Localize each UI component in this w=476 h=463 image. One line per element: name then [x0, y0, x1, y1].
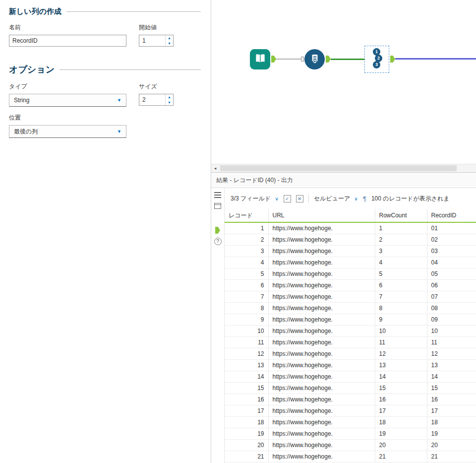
generate-rows-tool[interactable] — [304, 49, 325, 69]
table-cell: 4 — [225, 257, 268, 268]
table-row[interactable]: 12https://www.hogehoge.1212 — [225, 348, 476, 360]
size-input[interactable] — [139, 94, 165, 105]
table-cell: 19 — [375, 428, 427, 440]
output-anchor[interactable] — [271, 56, 276, 63]
table-row[interactable]: 6https://www.hogehoge.606 — [225, 280, 476, 291]
clear-fields-icon[interactable]: ✕ — [296, 195, 303, 202]
section-divider — [66, 11, 201, 12]
table-row[interactable]: 1https://www.hogehoge.101 — [225, 222, 476, 234]
table-cell: 10 — [427, 326, 476, 337]
table-cell: 10 — [375, 326, 427, 337]
spinner-down-icon[interactable]: ▼ — [166, 100, 173, 105]
horizontal-scrollbar[interactable]: ◂ — [211, 164, 476, 172]
scrollbar-track[interactable] — [219, 164, 476, 172]
output-anchor-icon[interactable] — [215, 227, 220, 234]
spinner-up-icon[interactable]: ▲ — [166, 94, 173, 100]
input-data-tool[interactable] — [250, 49, 270, 69]
table-cell: 6 — [225, 280, 268, 291]
table-row[interactable]: 10https://www.hogehoge.1010 — [225, 326, 476, 337]
records-count-label: 100 のレコードが表示されま — [371, 195, 450, 203]
chevron-down-icon: ▼ — [117, 98, 121, 103]
table-row[interactable]: 16https://www.hogehoge.1616 — [225, 394, 476, 405]
table-view-icon[interactable] — [214, 203, 221, 209]
spinner-down-icon[interactable]: ▼ — [166, 41, 173, 46]
type-label: タイプ — [9, 82, 126, 91]
table-cell: 1 — [375, 222, 427, 234]
connection-wire[interactable] — [395, 58, 476, 60]
table-row[interactable]: 2https://www.hogehoge.202 — [225, 234, 476, 246]
table-cell: https://www.hogehoge. — [268, 314, 375, 326]
table-row[interactable]: 21https://www.hogehoge.2121 — [225, 451, 476, 463]
size-stepper[interactable]: ▲ ▼ — [139, 94, 174, 106]
start-value-stepper[interactable]: ▲ ▼ — [139, 35, 174, 47]
table-row[interactable]: 15https://www.hogehoge.1515 — [225, 383, 476, 394]
pilcrow-icon[interactable]: ¶ — [363, 195, 366, 202]
table-row[interactable]: 7https://www.hogehoge.707 — [225, 291, 476, 303]
workflow-canvas[interactable]: 1 2 3 — [211, 0, 476, 164]
table-cell: https://www.hogehoge. — [268, 428, 375, 440]
table-cell: https://www.hogehoge. — [268, 234, 375, 246]
fields-dropdown[interactable]: 3/3 フィールド ∨ — [231, 195, 279, 203]
table-row[interactable]: 19https://www.hogehoge.1919 — [225, 428, 476, 440]
connection-wire[interactable] — [276, 59, 301, 60]
start-value-input[interactable] — [139, 35, 165, 46]
table-row[interactable]: 4https://www.hogehoge.404 — [225, 257, 476, 268]
table-cell: 16 — [225, 394, 268, 405]
table-cell: 17 — [375, 405, 427, 417]
table-row[interactable]: 9https://www.hogehoge.909 — [225, 314, 476, 326]
table-row[interactable]: 5https://www.hogehoge.505 — [225, 268, 476, 280]
table-cell: 06 — [427, 280, 476, 291]
connection-wire[interactable] — [331, 59, 364, 60]
table-row[interactable]: 8https://www.hogehoge.808 — [225, 303, 476, 314]
position-label: 位置 — [9, 114, 201, 122]
record-id-tool[interactable]: 1 2 3 — [364, 46, 389, 73]
spinner-up-icon[interactable]: ▲ — [166, 35, 173, 41]
table-cell: 15 — [375, 383, 427, 394]
table-cell: 8 — [375, 303, 427, 314]
output-anchor[interactable] — [326, 56, 331, 63]
column-header-rowcount[interactable]: RowCount — [375, 209, 427, 222]
cell-viewer-dropdown[interactable]: セルビューア ∨ — [314, 195, 358, 203]
table-row[interactable]: 18https://www.hogehoge.1818 — [225, 417, 476, 428]
table-row[interactable]: 3https://www.hogehoge.303 — [225, 246, 476, 257]
table-cell: https://www.hogehoge. — [268, 337, 375, 348]
start-value-field-group: 開始値 ▲ ▼ — [139, 23, 174, 47]
table-row[interactable]: 13https://www.hogehoge.1313 — [225, 360, 476, 371]
table-row[interactable]: 20https://www.hogehoge.2020 — [225, 440, 476, 451]
table-cell: https://www.hogehoge. — [268, 451, 375, 463]
table-row[interactable]: 17https://www.hogehoge.1717 — [225, 405, 476, 417]
table-cell: 12 — [225, 348, 268, 360]
table-cell: 16 — [427, 394, 476, 405]
table-cell: 5 — [225, 268, 268, 280]
table-row[interactable]: 11https://www.hogehoge.1111 — [225, 337, 476, 348]
table-row[interactable]: 14https://www.hogehoge.1414 — [225, 371, 476, 383]
type-dropdown[interactable]: String ▼ — [9, 94, 126, 107]
scrollbar-thumb[interactable] — [220, 165, 457, 171]
position-dropdown[interactable]: 最後の列 ▼ — [9, 125, 126, 138]
list-view-icon[interactable] — [214, 192, 221, 198]
table-cell: 7 — [375, 291, 427, 303]
table-cell: 18 — [427, 417, 476, 428]
results-grid: レコード URL RowCount RecordID 1https://www.… — [225, 209, 476, 463]
column-header-recordid[interactable]: RecordID — [427, 209, 476, 222]
table-cell: https://www.hogehoge. — [268, 440, 375, 451]
table-cell: 19 — [225, 428, 268, 440]
column-header-url[interactable]: URL — [268, 209, 375, 222]
table-cell: 10 — [225, 326, 268, 337]
chevron-down-icon: ∨ — [355, 196, 358, 201]
table-cell: 13 — [427, 360, 476, 371]
table-cell: https://www.hogehoge. — [268, 383, 375, 394]
select-all-fields-icon[interactable]: ✓ — [284, 195, 291, 202]
table-cell: 21 — [375, 451, 427, 463]
column-header-record[interactable]: レコード — [225, 209, 268, 222]
table-cell: 4 — [375, 257, 427, 268]
help-icon[interactable]: ? — [214, 238, 222, 245]
section-divider — [60, 69, 201, 70]
name-input[interactable] — [9, 35, 126, 47]
scroll-left-icon[interactable]: ◂ — [211, 164, 219, 172]
table-cell: 14 — [225, 371, 268, 383]
table-cell: 21 — [225, 451, 268, 463]
results-toolbar: 3/3 フィールド ∨ ✓ ✕ セルビューア ∨ ¶ 100 のレコードが表示さ… — [225, 188, 476, 209]
output-anchor[interactable] — [390, 56, 395, 63]
input-anchor[interactable] — [301, 57, 304, 62]
